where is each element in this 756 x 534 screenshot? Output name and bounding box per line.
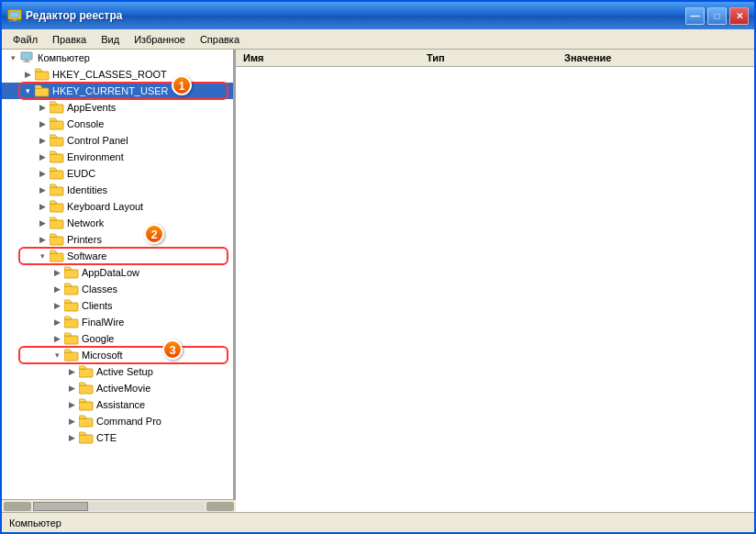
control-panel-label: Control Panel xyxy=(67,135,128,146)
folder-icon-control-panel xyxy=(50,134,64,147)
expand-icon-finalwire: ▶ xyxy=(50,315,64,329)
scroll-thumb[interactable] xyxy=(33,502,88,511)
eudc-label: EUDC xyxy=(67,168,95,179)
svg-rect-21 xyxy=(64,286,78,295)
tree-horizontal-scrollbar[interactable] xyxy=(2,499,236,512)
tree-item-network[interactable]: ▶ Network xyxy=(2,215,233,231)
folder-icon-identities xyxy=(50,184,64,196)
tree-item-hkey-current-user[interactable]: ▾ HKEY_CURRENT_USER xyxy=(2,83,233,99)
expand-icon-control-panel: ▶ xyxy=(35,133,50,148)
tree-item-identities[interactable]: ▶ Identities xyxy=(2,182,233,198)
tree-item-environment[interactable]: ▶ Environment xyxy=(2,149,233,165)
menu-favorites[interactable]: Избранное xyxy=(127,32,193,47)
expand-icon-network: ▶ xyxy=(35,216,50,230)
expand-icon-printers: ▶ xyxy=(35,232,50,247)
menu-file[interactable]: Файл xyxy=(6,32,45,47)
tree-item-activemovie[interactable]: ▶ ActiveMovie xyxy=(2,380,233,396)
menu-view[interactable]: Вид xyxy=(94,32,127,47)
status-text: Компьютер xyxy=(9,517,61,528)
computer-icon xyxy=(20,51,35,64)
window-title: Редактор реестра xyxy=(26,9,682,22)
main-content: ▾ Компьютер ▶ xyxy=(2,50,754,512)
svg-rect-29 xyxy=(79,418,93,427)
svg-rect-23 xyxy=(64,319,78,328)
folder-icon-console xyxy=(50,117,64,130)
svg-rect-24 xyxy=(64,336,78,344)
appevents-label: AppEvents xyxy=(67,102,116,113)
expand-icon-activemovie: ▶ xyxy=(64,381,79,395)
classes-label: Classes xyxy=(82,284,117,295)
svg-rect-9 xyxy=(35,88,49,96)
expand-icon-identities: ▶ xyxy=(35,183,50,197)
tree-item-hkey-classes-root[interactable]: ▶ HKEY_CLASSES_ROOT xyxy=(2,66,233,83)
tree-item-software[interactable]: ▾ Software xyxy=(2,248,233,264)
title-bar-buttons: — □ ✕ xyxy=(685,7,749,25)
scroll-track[interactable] xyxy=(33,502,205,511)
folder-icon-clients xyxy=(64,299,79,312)
tree-item-assistance[interactable]: ▶ Assistance xyxy=(2,396,233,413)
expand-icon-command-pro: ▶ xyxy=(64,414,79,428)
expand-icon-google: ▶ xyxy=(50,331,64,346)
minimize-button[interactable]: — xyxy=(685,7,705,25)
main-window: Редактор реестра — □ ✕ Файл Правка Вид И… xyxy=(0,0,756,534)
scroll-left-button[interactable] xyxy=(4,502,31,511)
tree-item-classes[interactable]: ▶ Classes xyxy=(2,281,233,297)
svg-rect-18 xyxy=(50,237,63,245)
folder-icon-activemovie xyxy=(79,382,94,395)
printers-label: Printers xyxy=(67,234,102,245)
tree-item-appdatalow[interactable]: ▶ AppDataLow xyxy=(2,264,233,281)
tree-item-printers[interactable]: ▶ Printers xyxy=(2,231,233,248)
svg-rect-7 xyxy=(23,61,30,62)
expand-icon-environment: ▶ xyxy=(35,150,50,164)
menu-help[interactable]: Справка xyxy=(193,32,247,47)
svg-rect-19 xyxy=(50,253,63,261)
svg-rect-3 xyxy=(13,19,17,21)
tree-item-appevents[interactable]: ▶ AppEvents xyxy=(2,99,233,116)
tree-item-eudc[interactable]: ▶ EUDC xyxy=(2,165,233,182)
tree-item-cte[interactable]: ▶ CTE xyxy=(2,429,233,446)
svg-rect-14 xyxy=(50,171,63,179)
tree-item-google[interactable]: ▶ Google xyxy=(2,330,233,347)
close-button[interactable]: ✕ xyxy=(729,7,749,25)
tree-panel[interactable]: ▾ Компьютер ▶ xyxy=(2,50,236,499)
folder-icon-environment xyxy=(50,150,64,163)
scroll-right-button[interactable] xyxy=(206,502,234,511)
folder-icon-microsoft xyxy=(64,349,79,362)
tree-item-computer[interactable]: ▾ Компьютер xyxy=(2,50,233,66)
svg-rect-27 xyxy=(79,385,93,394)
right-panel: Имя Тип Значение xyxy=(236,50,754,512)
col-name-header: Имя xyxy=(243,52,427,63)
expand-icon-computer: ▾ xyxy=(6,50,20,65)
hkcu-label: HKEY_CURRENT_USER xyxy=(52,85,169,96)
folder-icon-eudc xyxy=(50,167,64,180)
expand-icon-software: ▾ xyxy=(35,249,50,263)
folder-icon-classes xyxy=(64,283,79,295)
expand-icon-microsoft: ▾ xyxy=(50,348,64,362)
folder-icon-cte xyxy=(79,431,94,444)
menu-edit[interactable]: Правка xyxy=(45,32,94,47)
folder-icon-printers xyxy=(50,233,64,246)
cte-label: CTE xyxy=(96,432,117,443)
tree-item-command-pro[interactable]: ▶ Command Pro xyxy=(2,413,233,429)
expand-icon-active-setup: ▶ xyxy=(64,364,79,379)
appdatalow-label: AppDataLow xyxy=(82,267,139,278)
tree-item-finalwire[interactable]: ▶ FinalWire xyxy=(2,314,233,330)
tree-item-keyboard-layout[interactable]: ▶ Keyboard Layout xyxy=(2,198,233,215)
svg-rect-5 xyxy=(22,53,31,59)
tree-item-clients[interactable]: ▶ Clients xyxy=(2,297,233,314)
folder-icon-finalwire xyxy=(64,316,79,328)
folder-icon-google xyxy=(64,332,79,345)
expand-icon-keyboard-layout: ▶ xyxy=(35,199,50,214)
tree-item-control-panel[interactable]: ▶ Control Panel xyxy=(2,132,233,149)
tree-item-microsoft[interactable]: ▾ Microsoft xyxy=(2,347,233,363)
svg-rect-17 xyxy=(50,220,63,228)
tree-item-console[interactable]: ▶ Console xyxy=(2,116,233,132)
folder-icon-software xyxy=(50,250,64,262)
activemovie-label: ActiveMovie xyxy=(96,383,150,394)
tree-item-active-setup[interactable]: ▶ Active Setup xyxy=(2,363,233,380)
svg-rect-8 xyxy=(35,72,49,80)
expand-icon-appevents: ▶ xyxy=(35,100,50,115)
folder-icon-command-pro xyxy=(79,415,94,428)
maximize-button[interactable]: □ xyxy=(707,7,727,25)
finalwire-label: FinalWire xyxy=(82,317,124,328)
